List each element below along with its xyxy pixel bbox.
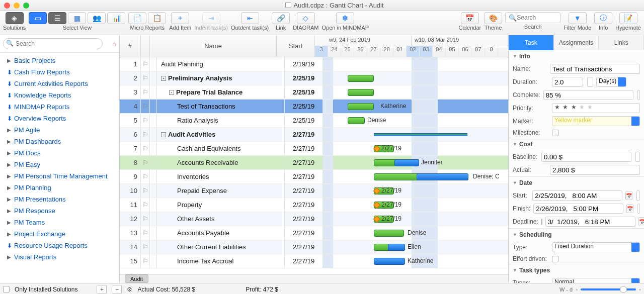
task-bar[interactable] bbox=[348, 117, 365, 124]
toolbar-search-input[interactable] bbox=[517, 14, 557, 21]
baseline-stepper[interactable] bbox=[635, 152, 640, 162]
timeline-cell[interactable]: Ellen bbox=[323, 240, 508, 254]
calendar-button[interactable]: 📅 bbox=[461, 12, 479, 24]
sidebar-item[interactable]: ▶PM Response bbox=[0, 205, 119, 217]
task-row[interactable]: 1⚐Audit Planning2/19/19 bbox=[120, 57, 508, 71]
milestone-checkbox[interactable] bbox=[552, 130, 558, 136]
section-task-types[interactable]: Task types bbox=[509, 264, 644, 276]
view-table-button[interactable]: ☰ bbox=[48, 12, 66, 24]
row-flag[interactable]: ⚐ bbox=[141, 156, 150, 169]
filter-button[interactable]: ▼ bbox=[569, 12, 587, 24]
row-flag[interactable]: ⚐ bbox=[141, 198, 150, 212]
start-cell[interactable]: 2/27/19 bbox=[285, 170, 323, 183]
inspector-tab-links[interactable]: Links bbox=[599, 35, 644, 50]
start-cell[interactable]: 2/27/19 bbox=[285, 128, 323, 141]
row-flag[interactable]: ⚐ bbox=[141, 184, 150, 198]
add-row-button[interactable]: + bbox=[97, 285, 107, 294]
name-cell[interactable]: Accounts Receivable bbox=[157, 156, 285, 169]
priority-stars[interactable]: ★ ★ ★ ★ ★ bbox=[552, 103, 640, 113]
row-flag[interactable]: ⚐ bbox=[141, 142, 150, 155]
window-controls[interactable] bbox=[4, 3, 29, 9]
name-cell[interactable]: -Prepare Trial Balance bbox=[157, 85, 285, 99]
start-date-input[interactable] bbox=[532, 190, 622, 201]
expand-icon[interactable]: - bbox=[161, 76, 166, 81]
view-resources-button[interactable]: 👥 bbox=[88, 12, 106, 24]
sidebar-item[interactable]: ⬇Knowledge Reports bbox=[0, 89, 119, 101]
duration-unit-select[interactable]: Day(s) bbox=[596, 77, 626, 87]
actual-input[interactable] bbox=[550, 165, 640, 175]
name-cell[interactable]: -Preliminary Analysis bbox=[157, 71, 285, 85]
task-row[interactable]: 7⚐Cash and Equivalents2/27/192/27/19 bbox=[120, 142, 508, 156]
remove-row-button[interactable]: − bbox=[112, 285, 122, 294]
theme-button[interactable]: 🎨 bbox=[484, 12, 502, 24]
start-cell[interactable]: 2/27/19 bbox=[285, 212, 323, 226]
task-name-input[interactable] bbox=[550, 64, 640, 74]
section-date[interactable]: Date bbox=[509, 177, 644, 189]
sidebar-item[interactable]: ⬇Current Activities Reports bbox=[0, 78, 119, 89]
name-cell[interactable]: Audit Planning bbox=[157, 57, 285, 71]
zoom-out-icon[interactable]: ◦ bbox=[576, 286, 578, 292]
close-icon[interactable] bbox=[4, 3, 10, 9]
start-cell[interactable]: 2/27/19 bbox=[285, 254, 323, 268]
task-row[interactable]: 8⚐Accounts Receivable2/27/19Jennifer bbox=[120, 156, 508, 170]
sidebar-item[interactable]: ▶PM Planning bbox=[0, 182, 119, 193]
add-item-button[interactable]: ＋ bbox=[171, 12, 189, 24]
name-cell[interactable]: Ratio Analysis bbox=[157, 114, 285, 127]
only-installed-checkbox[interactable] bbox=[3, 286, 10, 292]
timeline-cell[interactable]: 2/27/19 bbox=[323, 142, 508, 155]
sheet-tab-audit[interactable]: Audit bbox=[125, 274, 148, 283]
row-flag[interactable]: ⚐ bbox=[141, 212, 150, 226]
sidebar-item[interactable]: ▶PM Personal Time Management bbox=[0, 170, 119, 182]
section-info[interactable]: Info bbox=[509, 50, 644, 62]
sidebar-item[interactable]: ▶Basic Projects bbox=[0, 55, 119, 66]
start-cell[interactable]: 2/27/19 bbox=[285, 198, 323, 212]
col-start-header[interactable]: Start bbox=[277, 35, 315, 57]
row-flag[interactable]: ⚐ bbox=[141, 128, 150, 141]
pin-icon[interactable]: ⌂ bbox=[112, 40, 116, 48]
sidebar-item[interactable]: ▶PM Docs bbox=[0, 147, 119, 159]
calendar-icon[interactable]: 📅 bbox=[638, 217, 644, 226]
row-flag[interactable]: ⚐ bbox=[141, 85, 150, 99]
start-cell[interactable]: 2/27/19 bbox=[285, 142, 323, 155]
row-flag[interactable]: ⚐ bbox=[141, 71, 150, 85]
start-cell[interactable]: 2/27/19 bbox=[285, 240, 323, 254]
timeline-cell[interactable]: 2/27/19 bbox=[323, 212, 508, 226]
task-bar[interactable] bbox=[348, 75, 374, 82]
name-cell[interactable]: Other Assets bbox=[157, 212, 285, 226]
inspector-tab-task[interactable]: Task bbox=[509, 35, 554, 50]
name-cell[interactable]: Property bbox=[157, 198, 285, 212]
section-scheduling[interactable]: Scheduling bbox=[509, 229, 644, 241]
finish-stepper[interactable] bbox=[637, 204, 640, 214]
zoom-slider[interactable] bbox=[581, 288, 636, 290]
duration-input[interactable] bbox=[552, 77, 583, 87]
task-bar[interactable] bbox=[348, 89, 374, 96]
hypernote-button[interactable]: 📝 bbox=[619, 12, 637, 24]
start-cell[interactable]: 2/25/19 bbox=[285, 100, 323, 113]
sidebar-item[interactable]: ▶PM Agile bbox=[0, 124, 119, 136]
task-bar[interactable] bbox=[374, 258, 405, 265]
task-row[interactable]: 13⚐Accounts Payable2/27/19Denise bbox=[120, 226, 508, 240]
task-row[interactable]: 14⚐Other Current Liabilities2/27/19Ellen bbox=[120, 240, 508, 254]
micro-report-2-button[interactable]: 📋 bbox=[148, 12, 166, 24]
row-flag[interactable]: ⚐ bbox=[141, 170, 150, 183]
gear-icon[interactable]: ⚙ bbox=[127, 286, 132, 293]
info-button[interactable]: ⓘ bbox=[594, 12, 612, 24]
start-cell[interactable]: 2/27/19 bbox=[285, 226, 323, 240]
col-name-header[interactable]: Name bbox=[150, 35, 277, 57]
task-row[interactable]: 11⚐Property2/27/192/27/19 bbox=[120, 198, 508, 212]
indent-button[interactable]: ⇥ bbox=[202, 12, 220, 24]
deadline-checkbox[interactable] bbox=[541, 219, 542, 225]
sidebar-item[interactable]: ⬇Cash Flow Reports bbox=[0, 66, 119, 78]
timeline-cell[interactable] bbox=[323, 85, 508, 99]
expand-icon[interactable]: - bbox=[161, 132, 166, 137]
effort-checkbox[interactable] bbox=[552, 256, 558, 262]
diagram-button[interactable]: ◇ bbox=[297, 12, 315, 24]
name-cell[interactable]: Income Tax Accrual bbox=[157, 254, 285, 268]
sidebar-item[interactable]: ⬇MINDMAP Reports bbox=[0, 101, 119, 113]
task-row[interactable]: 3⚐-Prepare Trial Balance2/25/19 bbox=[120, 85, 508, 100]
timeline-cell[interactable] bbox=[323, 128, 508, 141]
deadline-input[interactable] bbox=[545, 217, 635, 227]
zoom-icon[interactable] bbox=[23, 3, 29, 9]
task-bar[interactable] bbox=[374, 230, 404, 237]
baseline-input[interactable] bbox=[541, 152, 631, 162]
